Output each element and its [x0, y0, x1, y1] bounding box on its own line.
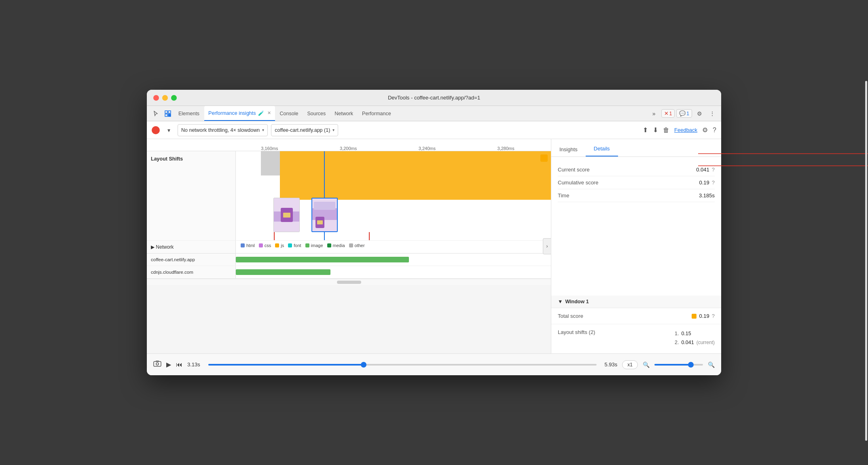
- throttle-dropdown[interactable]: No network throttling, 4× slowdown ▾: [178, 124, 268, 136]
- zoom-thumb[interactable]: [688, 362, 694, 368]
- feedback-link[interactable]: Feedback: [674, 127, 697, 133]
- tab-console[interactable]: Console: [276, 106, 303, 121]
- time-value: 3.185s: [699, 192, 715, 199]
- dropdown-arrow-icon[interactable]: ▾: [163, 125, 174, 136]
- legend-font-dot: [288, 243, 292, 247]
- tick-3: 3,240ms: [419, 146, 436, 151]
- thumbnail-2[interactable]: [311, 198, 338, 232]
- end-time: 5.93s: [605, 361, 618, 368]
- help-icon[interactable]: ?: [713, 127, 716, 134]
- upload-icon[interactable]: ⬆: [643, 126, 648, 134]
- tab-sources[interactable]: Sources: [303, 106, 330, 121]
- more-tabs-button[interactable]: »: [648, 108, 660, 119]
- legend-js-dot: [275, 243, 279, 247]
- file-content-1: [236, 254, 551, 266]
- chevron-down-icon: ▼: [558, 299, 563, 304]
- cursor-icon[interactable]: [150, 108, 161, 119]
- legend-html-dot: [241, 243, 245, 247]
- legend-html: html: [241, 243, 255, 248]
- right-tabs: Insights Details: [551, 139, 721, 157]
- cumulative-score-value: 0.19 ?: [699, 180, 715, 186]
- legend-other: other: [349, 243, 365, 248]
- tab-elements[interactable]: Elements: [174, 106, 203, 121]
- layout-shifts-row: Layout Shifts: [147, 151, 551, 241]
- maximize-button[interactable]: [171, 95, 177, 101]
- error-badge[interactable]: ✕ 1: [661, 109, 675, 118]
- cumulative-score-help-icon[interactable]: ?: [712, 180, 715, 186]
- progress-thumb[interactable]: [361, 362, 366, 368]
- zoom-track[interactable]: [654, 364, 703, 366]
- layout-shifts-section: Layout shifts (2) 1. 0.15 2. 0.041 (curr…: [551, 324, 721, 353]
- current-score-help-icon[interactable]: ?: [712, 167, 715, 173]
- speed-button[interactable]: x1: [622, 360, 638, 369]
- settings2-icon[interactable]: ⚙: [702, 126, 708, 134]
- total-score-help-icon[interactable]: ?: [712, 313, 715, 319]
- zoom-in-icon[interactable]: 🔍: [708, 361, 715, 368]
- zoom-out-icon[interactable]: 🔍: [643, 361, 650, 368]
- thumbnail-1[interactable]: [273, 198, 300, 232]
- collapse-icon: ›: [546, 243, 548, 249]
- layout-shifts-content: [236, 151, 551, 240]
- svg-point-12: [156, 363, 159, 365]
- tab-details[interactable]: Details: [586, 146, 618, 156]
- current-score-row: Current score 0.041 ?: [558, 163, 715, 176]
- time-row: Time 3.185s: [558, 189, 715, 202]
- tick-2: 3,200ms: [340, 146, 357, 151]
- network-label[interactable]: ▶ Network: [147, 241, 236, 253]
- message-badge[interactable]: 💬 1: [676, 109, 692, 118]
- minimize-button[interactable]: [162, 95, 168, 101]
- svg-rect-3: [168, 114, 171, 116]
- devtools-window: DevTools - coffee-cart.netlify.app/?ad=1…: [147, 90, 721, 375]
- total-score-value: 0.19 ?: [692, 313, 715, 319]
- target-dropdown[interactable]: coffee-cart.netlify.app (1) ▾: [271, 124, 338, 136]
- cumulative-score-row: Cumulative score 0.19 ?: [558, 176, 715, 189]
- right-panel: Insights Details Current score 0.041 ? C…: [551, 139, 721, 353]
- gray-bar-1: [261, 151, 280, 175]
- more-options-icon[interactable]: ⋮: [707, 108, 718, 119]
- time-label: Time: [558, 192, 569, 199]
- delete-icon[interactable]: 🗑: [663, 127, 669, 134]
- cumulative-score-label: Cumulative score: [558, 180, 598, 186]
- window-controls: [153, 95, 177, 101]
- total-score-row: Total score 0.19 ?: [551, 308, 721, 324]
- tab-performance-insights[interactable]: Performance insights 🧪 ✕: [204, 106, 275, 121]
- window-title: DevTools - coffee-cart.netlify.app/?ad=1: [388, 95, 480, 101]
- skip-to-start-button[interactable]: ⏮: [176, 361, 182, 368]
- svg-rect-0: [165, 111, 167, 113]
- tab-performance[interactable]: Performance: [358, 106, 395, 121]
- legend-css-dot: [259, 243, 263, 247]
- toolbar-icons: ⬆ ⬇ 🗑 Feedback ⚙ ?: [643, 126, 716, 134]
- collapse-panel-button[interactable]: ›: [543, 238, 551, 254]
- tab-close-icon[interactable]: ✕: [267, 110, 271, 116]
- playback-progress-track[interactable]: [208, 364, 597, 366]
- legend-image: image: [305, 243, 323, 248]
- file-label-1: coffee-cart.netlify.app: [147, 254, 236, 266]
- download-icon[interactable]: ⬇: [653, 126, 658, 134]
- main-content: 3,160ms 3,200ms 3,240ms 3,280ms Layout S…: [147, 139, 721, 353]
- network-legend: html css js font: [236, 241, 551, 250]
- layout-shifts-detail-row: Layout shifts (2) 1. 0.15 2. 0.041 (curr…: [558, 328, 715, 350]
- shift-item-1: 1. 0.15: [675, 329, 715, 338]
- layout-shifts-label: Layout Shifts: [147, 151, 236, 240]
- bottom-bar: ▶ ⏮ 3.13s 5.93s x1 🔍 🔍: [147, 353, 721, 375]
- timeline-scrollbar[interactable]: [147, 279, 551, 285]
- toolbar: ▾ No network throttling, 4× slowdown ▾ c…: [147, 121, 721, 139]
- network-legend-row: ▶ Network html css: [147, 241, 551, 254]
- screenshot-icon[interactable]: [153, 361, 161, 369]
- settings-icon[interactable]: ⚙: [694, 108, 705, 119]
- close-button[interactable]: [153, 95, 159, 101]
- play-button[interactable]: ▶: [166, 361, 171, 368]
- tab-insights[interactable]: Insights: [551, 146, 586, 156]
- inspect-icon[interactable]: [162, 108, 174, 119]
- start-time: 3.13s: [187, 361, 200, 368]
- left-panel: 3,160ms 3,200ms 3,240ms 3,280ms Layout S…: [147, 139, 551, 353]
- tabs-bar: Elements Performance insights 🧪 ✕ Consol…: [147, 106, 721, 121]
- mini-scrollbar[interactable]: [337, 281, 361, 284]
- legend-media-dot: [327, 243, 331, 247]
- target-arrow-icon: ▾: [332, 128, 334, 132]
- right-content: Current score 0.041 ? Cumulative score 0…: [551, 157, 721, 296]
- file-bar-2: [236, 269, 330, 275]
- tabs-right: » ✕ 1 💬 1 ⚙ ⋮: [648, 108, 718, 119]
- tab-network[interactable]: Network: [330, 106, 357, 121]
- record-button[interactable]: [152, 126, 160, 134]
